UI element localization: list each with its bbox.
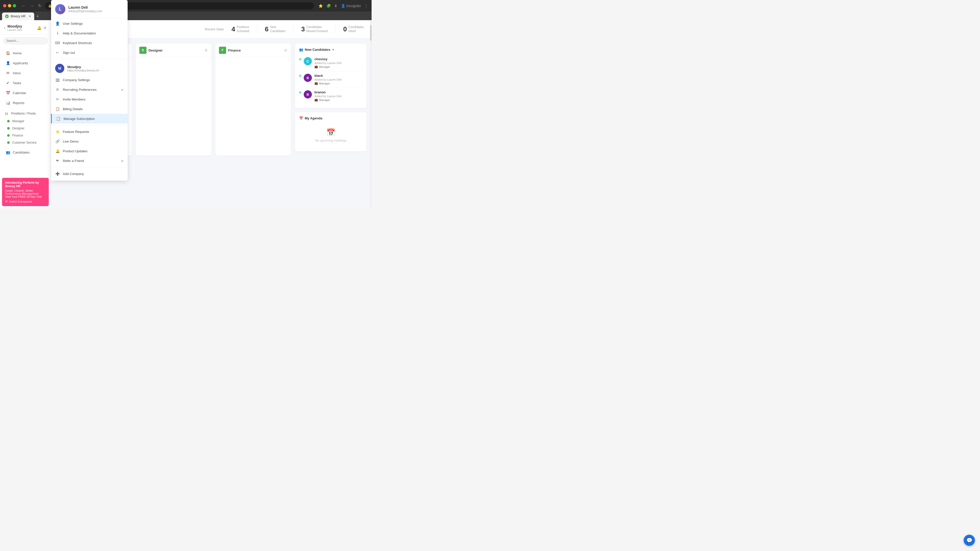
help-icon: ℹ bbox=[55, 31, 60, 35]
position-manager[interactable]: Manager bbox=[0, 118, 51, 125]
billing-details-item[interactable]: 📋 Billing Details bbox=[51, 104, 127, 114]
bookmark-button[interactable]: ⭐ bbox=[318, 3, 323, 8]
position-tag-2: D bbox=[139, 47, 146, 54]
candidate-branon[interactable]: B branon Added by Lauren Deli 💼 Manager bbox=[299, 88, 363, 104]
user-settings-icon: 👤 bbox=[55, 21, 60, 26]
sidebar-toggle-button[interactable]: ‹ bbox=[4, 25, 5, 30]
candidate-indicator-3 bbox=[299, 91, 301, 94]
candidate-meta-chesssy: 💼 Manager bbox=[314, 65, 342, 68]
agenda-title: 📅 My Agenda bbox=[299, 116, 322, 120]
position-finance-label: Finance bbox=[12, 134, 23, 137]
new-candidates-header: 👥 New Candidates ▼ bbox=[299, 48, 363, 52]
recruiting-arrow-icon: ▶ bbox=[121, 88, 124, 91]
help-documentation-item[interactable]: ℹ Help & Documentation bbox=[51, 28, 127, 38]
feature-requests-item[interactable]: ⭐ Feature Requests bbox=[51, 127, 127, 137]
user-dropdown-menu: L Lauren Deli 840ea2f0@moodjoy.com 👤 Use… bbox=[51, 0, 127, 181]
position-designer[interactable]: Designer bbox=[0, 125, 51, 132]
stat-new-candidates: 6 New Candidates bbox=[265, 25, 286, 33]
candidate-meta-branon: 💼 Manager bbox=[314, 98, 342, 102]
refresh-button[interactable]: ↻ bbox=[37, 2, 43, 9]
applicants-icon: 👤 bbox=[6, 61, 10, 65]
product-updates-item[interactable]: 🔔 Product Updates bbox=[51, 146, 127, 156]
download-button[interactable]: ⬇ bbox=[334, 3, 338, 8]
position-finance[interactable]: Finance bbox=[0, 132, 51, 139]
sidebar-item-home[interactable]: 🏠 Home bbox=[2, 48, 49, 58]
agenda-header: 📅 My Agenda bbox=[299, 116, 363, 120]
candidate-black[interactable]: B black Added by Lauren Deli 💼 Manager bbox=[299, 71, 363, 88]
candidate-chesssy[interactable]: C chesssy Added by Lauren Deli 💼 Manager bbox=[299, 55, 363, 71]
live-demo-label: Live Demo bbox=[63, 140, 79, 143]
sidebar-item-reports[interactable]: 📊 Reports bbox=[2, 98, 49, 108]
user-settings-label: User Settings bbox=[63, 22, 83, 25]
maximize-window-button[interactable] bbox=[13, 4, 16, 7]
back-button[interactable]: ← bbox=[20, 3, 27, 9]
scroll-thumb[interactable] bbox=[370, 25, 372, 41]
refer-friend-item[interactable]: ❤ Refer a Friend ▶ bbox=[51, 156, 127, 165]
company-settings-item[interactable]: 🏢 Company Settings bbox=[51, 75, 127, 85]
calendar-icon: 📅 bbox=[6, 91, 10, 95]
user-settings-item[interactable]: 👤 User Settings bbox=[51, 19, 127, 28]
recruiting-preferences-item[interactable]: ⚙ Recruiting Preferences ▶ bbox=[51, 85, 127, 94]
sign-out-item[interactable]: ↩ Sign out bbox=[51, 48, 127, 57]
active-tab[interactable]: B Breezy HR ✕ bbox=[2, 13, 34, 20]
company-header[interactable]: M Moodjoy https://moodjoy.breezy.hr/ bbox=[51, 61, 127, 75]
sidebar-promo: Introducing Perform by Breezy HR Easier,… bbox=[2, 178, 49, 206]
sidebar-item-candidates[interactable]: 👥 Candidates bbox=[2, 148, 49, 157]
position-settings-2[interactable]: ⚙ bbox=[204, 48, 208, 52]
sidebar-item-tasks-label: Tasks bbox=[13, 81, 21, 85]
stat-positions-number: 4 bbox=[231, 25, 235, 33]
candidate-info-black: black Added by Lauren Deli 💼 Manager bbox=[314, 74, 342, 85]
stat-positions: 4 Positions Activated bbox=[231, 25, 249, 33]
brand-name: Moodjoy bbox=[7, 24, 22, 28]
home-icon: 🏠 bbox=[6, 51, 10, 56]
sidebar-item-inbox[interactable]: ✉ Inbox bbox=[2, 68, 49, 78]
stat-sep-3 bbox=[335, 25, 336, 33]
dropdown-divider-1 bbox=[51, 59, 127, 59]
refer-left: ❤ Refer a Friend bbox=[55, 159, 84, 163]
invite-members-item[interactable]: ✉ Invite Members bbox=[51, 94, 127, 104]
feature-requests-icon: ⭐ bbox=[55, 129, 60, 134]
position-card-2: D Designer ⚙ bbox=[136, 44, 211, 156]
new-tab-button[interactable]: + bbox=[34, 13, 41, 20]
manage-subscription-item[interactable]: 📋 Manage Subscription bbox=[51, 114, 127, 124]
close-window-button[interactable] bbox=[3, 4, 6, 7]
tab-close-button[interactable]: ✕ bbox=[29, 14, 31, 18]
scrollbar[interactable] bbox=[370, 20, 372, 208]
sidebar-item-applicants[interactable]: 👤 Applicants bbox=[2, 58, 49, 68]
position-manager-label: Manager bbox=[12, 119, 24, 123]
sidebar-item-calendar[interactable]: 📅 Calendar bbox=[2, 88, 49, 98]
company-settings-icon: 🏢 bbox=[55, 78, 60, 82]
positions-header[interactable]: 🗂 Positions / Pools bbox=[0, 109, 51, 118]
keyboard-shortcuts-item[interactable]: ⌨ Keyboard Shortcuts bbox=[51, 38, 127, 48]
extensions-button[interactable]: 🧩 bbox=[326, 3, 331, 8]
switch-icon: ⇄ bbox=[5, 200, 7, 203]
settings-icon-button[interactable]: ⚙ bbox=[43, 26, 47, 30]
sidebar-search-area bbox=[0, 35, 51, 47]
position-card-2-title: D Designer bbox=[139, 47, 163, 54]
tab-favicon: B bbox=[5, 14, 9, 18]
promo-subtitle: Easier, Cleaner, Better Performance Mana… bbox=[5, 189, 46, 198]
sidebar-item-reports-label: Reports bbox=[13, 101, 24, 105]
switch-companies-button[interactable]: ⇄ Switch Companies bbox=[5, 200, 46, 203]
switch-label: Switch Companies bbox=[9, 200, 32, 203]
add-company-item[interactable]: ➕ Add Company bbox=[51, 169, 127, 179]
sign-out-label: Sign out bbox=[63, 51, 75, 55]
candidate-indicator-2 bbox=[299, 75, 301, 77]
minimize-window-button[interactable] bbox=[8, 4, 11, 7]
position-customer-service[interactable]: Customer Service bbox=[0, 139, 51, 146]
menu-button[interactable]: ⋮ bbox=[364, 3, 369, 8]
sidebar-item-tasks[interactable]: ✔ Tasks bbox=[2, 78, 49, 88]
candidate-avatar-chesssy: C bbox=[304, 57, 312, 65]
forward-button[interactable]: → bbox=[28, 3, 35, 9]
help-label: Help & Documentation bbox=[63, 32, 96, 35]
position-tag-3: F bbox=[219, 47, 226, 54]
search-input[interactable] bbox=[3, 37, 48, 44]
profile-button[interactable]: 👤 Incognito bbox=[340, 3, 361, 8]
candidate-info-chesssy: chesssy Added by Lauren Deli 💼 Manager bbox=[314, 57, 342, 68]
position-settings-3[interactable]: ⚙ bbox=[284, 48, 287, 52]
candidate-indicator-1 bbox=[299, 58, 301, 60]
notifications-button[interactable]: 🔔 bbox=[37, 26, 41, 30]
position-card-3-title: F Finance bbox=[219, 47, 241, 54]
new-candidates-panel: 👥 New Candidates ▼ C chesssy Added by La… bbox=[295, 44, 366, 108]
live-demo-item[interactable]: 🔗 Live Demo bbox=[51, 137, 127, 146]
